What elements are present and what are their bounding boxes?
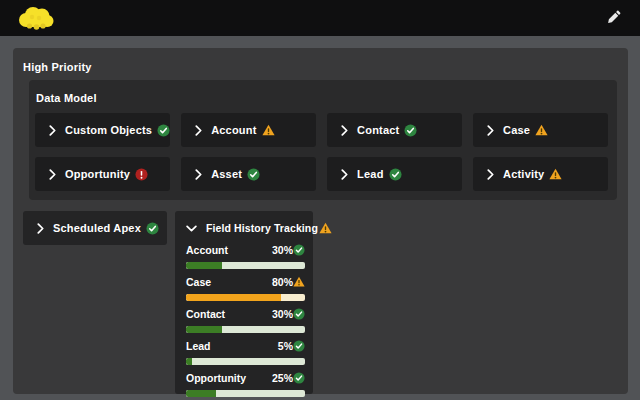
- check-circle-icon: [293, 340, 305, 352]
- row-percent: 30%: [272, 308, 293, 320]
- check-circle-icon: [404, 124, 417, 137]
- chevron-right-icon: [49, 125, 56, 136]
- chevron-right-icon: [341, 125, 348, 136]
- chevron-right-icon: [37, 223, 44, 234]
- progress-list: Account 30% Case 80% Contact 30%: [186, 243, 305, 397]
- tile-label: Opportunity: [65, 168, 130, 180]
- row-percent: 80%: [272, 276, 293, 288]
- row-label: Account: [186, 244, 272, 256]
- tile-label: Account: [211, 124, 256, 136]
- check-circle-icon: [247, 168, 260, 181]
- check-circle-icon: [293, 244, 305, 256]
- tile-label: Asset: [211, 168, 242, 180]
- tile-activity[interactable]: Activity: [473, 157, 608, 191]
- data-model-title: Data Model: [36, 92, 97, 104]
- row-label: Opportunity: [186, 372, 272, 384]
- progress-bar: [186, 358, 305, 365]
- chevron-down-icon: [186, 225, 197, 232]
- data-model-panel: Data Model Custom Objects Account Contac…: [29, 80, 617, 200]
- row-percent: 5%: [278, 340, 293, 352]
- tile-lead[interactable]: Lead: [327, 157, 462, 191]
- tile-label: Lead: [357, 168, 383, 180]
- tile-account[interactable]: Account: [181, 113, 316, 147]
- chevron-right-icon: [49, 169, 56, 180]
- progress-bar: [186, 390, 305, 397]
- chevron-right-icon: [487, 169, 494, 180]
- row-label: Contact: [186, 308, 272, 320]
- row-label: Case: [186, 276, 272, 288]
- progress-row-case: Case 80%: [186, 275, 305, 301]
- tile-asset[interactable]: Asset: [181, 157, 316, 191]
- progress-row-lead: Lead 5%: [186, 339, 305, 365]
- warning-triangle-icon: [293, 276, 305, 287]
- check-circle-icon: [389, 168, 402, 181]
- tile-custom-objects[interactable]: Custom Objects: [35, 113, 170, 147]
- progress-bar: [186, 326, 305, 333]
- tile-label: Scheduled Apex: [53, 222, 141, 234]
- row-percent: 30%: [272, 244, 293, 256]
- field-history-tracking-header[interactable]: Field History Tracking: [186, 221, 305, 235]
- chevron-right-icon: [341, 169, 348, 180]
- check-circle-icon: [293, 308, 305, 320]
- panel-title: Field History Tracking: [206, 222, 318, 234]
- tile-scheduled-apex[interactable]: Scheduled Apex: [23, 211, 167, 245]
- row-label: Lead: [186, 340, 278, 352]
- tile-label: Contact: [357, 124, 399, 136]
- check-circle-icon: [146, 222, 159, 235]
- warning-triangle-icon: [549, 168, 562, 180]
- warning-triangle-icon: [262, 124, 275, 136]
- high-priority-panel: High Priority Data Model Custom Objects …: [13, 48, 628, 394]
- field-history-tracking-panel: Field History Tracking Account 30% Case …: [175, 211, 313, 394]
- progress-row-contact: Contact 30%: [186, 307, 305, 333]
- progress-bar: [186, 262, 305, 269]
- check-circle-icon: [157, 124, 170, 137]
- data-model-grid: Custom Objects Account Contact Case: [35, 113, 608, 191]
- section-title: High Priority: [23, 61, 92, 73]
- progress-row-account: Account 30%: [186, 243, 305, 269]
- tile-opportunity[interactable]: Opportunity: [35, 157, 170, 191]
- tile-label: Activity: [503, 168, 544, 180]
- tile-label: Custom Objects: [65, 124, 152, 136]
- tile-label: Case: [503, 124, 530, 136]
- pencil-icon: [607, 9, 622, 27]
- chevron-right-icon: [195, 169, 202, 180]
- check-circle-icon: [293, 372, 305, 384]
- tile-contact[interactable]: Contact: [327, 113, 462, 147]
- progress-row-opportunity: Opportunity 25%: [186, 371, 305, 397]
- row-percent: 25%: [272, 372, 293, 384]
- cloud-logo-icon: [16, 5, 56, 31]
- edit-button[interactable]: [605, 7, 624, 29]
- warning-triangle-icon: [535, 124, 548, 136]
- chevron-right-icon: [195, 125, 202, 136]
- chevron-right-icon: [487, 125, 494, 136]
- progress-bar: [186, 294, 305, 301]
- top-bar: [0, 0, 640, 36]
- error-circle-icon: [135, 168, 148, 181]
- warning-triangle-icon: [319, 222, 332, 234]
- tile-case[interactable]: Case: [473, 113, 608, 147]
